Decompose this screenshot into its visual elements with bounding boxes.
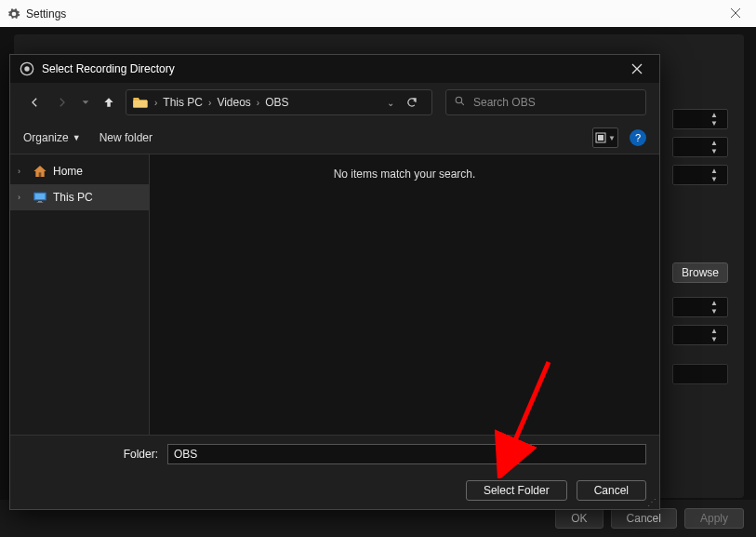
refresh-icon[interactable]	[398, 96, 426, 109]
nav-row: › This PC › Videos › OBS ⌄	[10, 83, 659, 122]
settings-title: Settings	[26, 7, 66, 20]
close-icon[interactable]	[624, 60, 650, 78]
dropdown-field[interactable]	[672, 364, 728, 384]
apply-button[interactable]: Apply	[684, 508, 744, 529]
tree-item-label: This PC	[53, 191, 93, 204]
search-placeholder: Search OBS	[473, 96, 536, 109]
action-row: Select Folder Cancel ⋰	[10, 472, 659, 509]
breadcrumb-item[interactable]: Videos	[217, 96, 250, 109]
obs-logo-icon	[20, 61, 34, 76]
browse-button[interactable]: Browse	[672, 262, 728, 283]
list-icon	[595, 132, 606, 143]
help-icon[interactable]: ?	[630, 129, 646, 146]
svg-rect-7	[35, 194, 46, 199]
chevron-right-icon: ›	[206, 98, 213, 108]
tree-item-this-pc[interactable]: › This PC	[10, 184, 149, 210]
gear-icon	[7, 7, 20, 20]
folder-input[interactable]	[167, 444, 646, 464]
svg-rect-5	[39, 172, 42, 177]
stepper-field[interactable]: ▲▼	[672, 109, 728, 129]
dialog-title: Select Recording Directory	[42, 62, 175, 75]
organize-menu[interactable]: Organize ▼	[23, 131, 81, 144]
svg-rect-4	[598, 135, 603, 141]
file-list-pane: No items match your search.	[150, 154, 659, 435]
close-icon[interactable]	[721, 4, 750, 22]
svg-point-2	[456, 97, 462, 103]
svg-rect-9	[37, 202, 44, 203]
resize-grip-icon[interactable]: ⋰	[647, 500, 656, 505]
tree-item-home[interactable]: › Home	[10, 158, 149, 184]
cancel-button[interactable]: Cancel	[577, 480, 646, 501]
ok-button[interactable]: OK	[555, 508, 603, 529]
home-icon	[33, 164, 47, 179]
stepper-field[interactable]: ▲▼	[672, 137, 728, 157]
breadcrumb-item[interactable]: OBS	[265, 96, 288, 109]
chevron-down-icon[interactable]	[79, 91, 92, 114]
nav-tree: › Home › This PC	[10, 154, 150, 435]
svg-point-1	[24, 66, 29, 71]
toolbar: Organize ▼ New folder ▼ ?	[10, 122, 659, 154]
folder-icon	[132, 96, 149, 109]
chevron-down-icon: ▼	[608, 134, 616, 142]
stepper-field[interactable]: ▲▼	[672, 325, 728, 345]
empty-message: No items match your search.	[334, 168, 476, 435]
cancel-button[interactable]: Cancel	[611, 508, 677, 529]
chevron-right-icon: ›	[153, 98, 159, 108]
svg-rect-8	[38, 201, 42, 202]
chevron-down-icon[interactable]: ⌄	[387, 98, 394, 108]
search-icon	[454, 95, 466, 110]
back-icon[interactable]	[23, 91, 46, 114]
new-folder-button[interactable]: New folder	[99, 131, 153, 144]
folder-row: Folder:	[10, 435, 659, 472]
settings-titlebar: Settings	[0, 0, 756, 27]
chevron-right-icon: ›	[255, 98, 261, 108]
view-mode-button[interactable]: ▼	[592, 128, 618, 148]
stepper-field[interactable]: ▲▼	[672, 165, 728, 185]
chevron-right-icon[interactable]: ›	[18, 193, 27, 202]
monitor-icon	[33, 191, 47, 204]
dialog-titlebar: Select Recording Directory	[10, 55, 659, 83]
up-icon[interactable]	[98, 91, 120, 114]
select-recording-directory-dialog: Select Recording Directory › This PC › V…	[9, 54, 660, 510]
select-folder-button[interactable]: Select Folder	[466, 480, 567, 501]
stepper-field[interactable]: ▲▼	[672, 297, 728, 317]
breadcrumb[interactable]: › This PC › Videos › OBS ⌄	[126, 89, 432, 115]
folder-label: Folder:	[23, 448, 158, 461]
chevron-down-icon: ▼	[73, 133, 81, 142]
chevron-right-icon[interactable]: ›	[18, 167, 27, 176]
search-input[interactable]: Search OBS	[445, 89, 646, 115]
tree-item-label: Home	[53, 165, 83, 178]
breadcrumb-item[interactable]: This PC	[163, 96, 203, 109]
forward-icon[interactable]	[51, 91, 73, 114]
